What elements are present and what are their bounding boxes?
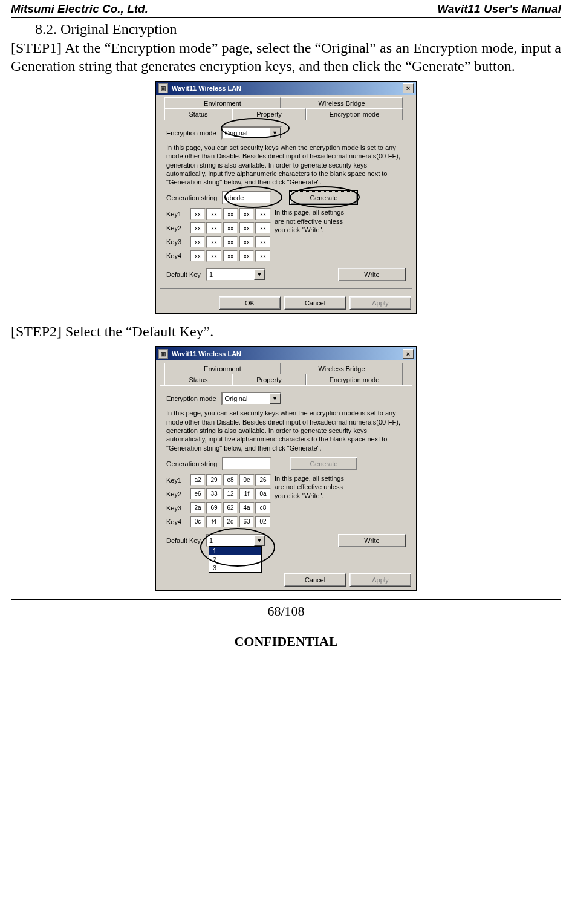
- titlebar: ▣ Wavit11 Wireless LAN ×: [156, 82, 416, 95]
- key3-3[interactable]: [223, 236, 238, 248]
- key4-4[interactable]: [239, 516, 255, 528]
- key4-3[interactable]: [223, 250, 238, 262]
- header-company: Mitsumi Electric Co., Ltd.: [11, 2, 148, 16]
- apply-button[interactable]: Apply: [349, 573, 411, 587]
- key3-5[interactable]: [255, 502, 271, 514]
- description-text: In this page, you can set security keys …: [166, 409, 406, 452]
- default-key-label: Default Key: [166, 537, 201, 544]
- key1-label: Key1: [166, 210, 188, 218]
- key1-2[interactable]: [206, 208, 222, 220]
- write-note: In this page, all settings are not effec…: [275, 208, 353, 234]
- key3-5[interactable]: [255, 236, 271, 248]
- dialog-window: ▣ Wavit11 Wireless LAN × Environment Wir…: [155, 81, 417, 314]
- key1-5[interactable]: [255, 208, 271, 220]
- key1-3[interactable]: [223, 208, 238, 220]
- key4-1[interactable]: [190, 250, 206, 262]
- tab-encryption-mode[interactable]: Encryption mode: [306, 374, 403, 385]
- tab-environment[interactable]: Environment: [164, 97, 281, 109]
- generation-string-input[interactable]: [222, 457, 271, 470]
- key4-2[interactable]: [206, 516, 222, 528]
- encryption-mode-value[interactable]: [223, 128, 270, 138]
- tab-wireless-bridge[interactable]: Wireless Bridge: [281, 97, 403, 109]
- tab-encryption-mode[interactable]: Encryption mode: [306, 108, 403, 120]
- dropdown-item-2[interactable]: 2: [209, 555, 261, 564]
- ok-button[interactable]: OK: [219, 296, 281, 310]
- key2-4[interactable]: [239, 222, 255, 234]
- key3-4[interactable]: [239, 236, 255, 248]
- key2-1[interactable]: [190, 488, 206, 500]
- close-icon[interactable]: ×: [403, 83, 414, 93]
- tab-environment[interactable]: Environment: [164, 363, 281, 374]
- description-text: In this page, you can set security keys …: [166, 143, 406, 186]
- write-button[interactable]: Write: [338, 534, 406, 547]
- encryption-mode-combo[interactable]: ▼: [221, 126, 282, 140]
- write-note: In this page, all settings are not effec…: [275, 474, 353, 500]
- page-number: 68/108: [11, 604, 561, 619]
- generation-string-input[interactable]: [222, 191, 271, 204]
- default-key-value[interactable]: [207, 536, 254, 545]
- close-icon[interactable]: ×: [403, 349, 414, 359]
- app-icon: ▣: [158, 349, 168, 359]
- key3-1[interactable]: [190, 236, 206, 248]
- key2-5[interactable]: [255, 222, 271, 234]
- step2-text: [STEP2] Select the “Default Key”.: [11, 322, 561, 340]
- key3-3[interactable]: [223, 502, 238, 514]
- generate-button[interactable]: Generate: [290, 457, 357, 470]
- key3-2[interactable]: [206, 236, 222, 248]
- dropdown-item-3[interactable]: 3: [209, 564, 261, 572]
- default-key-dropdown[interactable]: 1 2 3: [209, 546, 262, 573]
- header-manual: Wavit11 User's Manual: [437, 2, 561, 16]
- key1-2[interactable]: [206, 474, 222, 486]
- dropdown-item-1[interactable]: 1: [209, 547, 261, 555]
- tab-wireless-bridge[interactable]: Wireless Bridge: [281, 363, 403, 374]
- chevron-down-icon[interactable]: ▼: [270, 393, 281, 404]
- key2-2[interactable]: [206, 222, 222, 234]
- key3-2[interactable]: [206, 502, 222, 514]
- tab-status[interactable]: Status: [164, 108, 232, 120]
- tab-property[interactable]: Property: [232, 374, 306, 385]
- key3-1[interactable]: [190, 502, 206, 514]
- cancel-button[interactable]: Cancel: [284, 573, 346, 587]
- titlebar: ▣ Wavit11 Wireless LAN ×: [156, 347, 416, 360]
- key2-3[interactable]: [223, 222, 238, 234]
- key4-2[interactable]: [206, 250, 222, 262]
- default-key-combo[interactable]: ▼: [206, 268, 266, 281]
- key1-5[interactable]: [255, 474, 271, 486]
- key2-4[interactable]: [239, 488, 255, 500]
- key4-label: Key4: [166, 252, 188, 259]
- write-button[interactable]: Write: [338, 268, 406, 281]
- key4-1[interactable]: [190, 516, 206, 528]
- key1-4[interactable]: [239, 208, 255, 220]
- generate-button[interactable]: Generate: [290, 191, 357, 204]
- tab-status[interactable]: Status: [164, 374, 232, 385]
- key4-label: Key4: [166, 518, 188, 525]
- key2-3[interactable]: [223, 488, 238, 500]
- key4-4[interactable]: [239, 250, 255, 262]
- key1-3[interactable]: [223, 474, 238, 486]
- key2-1[interactable]: [190, 222, 206, 234]
- key1-4[interactable]: [239, 474, 255, 486]
- tab-property[interactable]: Property: [232, 108, 306, 120]
- key2-5[interactable]: [255, 488, 271, 500]
- encryption-mode-value[interactable]: [223, 394, 270, 403]
- default-key-combo[interactable]: ▼: [206, 534, 266, 547]
- key2-2[interactable]: [206, 488, 222, 500]
- apply-button[interactable]: Apply: [349, 296, 411, 310]
- key3-4[interactable]: [239, 502, 255, 514]
- key1-1[interactable]: [190, 208, 206, 220]
- tab-strip: Environment Wireless Bridge Status Prope…: [160, 97, 412, 120]
- cancel-button[interactable]: Cancel: [284, 296, 346, 310]
- step1-text: [STEP1] At the “Encryption mode” page, s…: [11, 39, 561, 75]
- generation-string-label: Generation string: [166, 194, 217, 201]
- default-key-value[interactable]: [207, 270, 254, 279]
- key4-3[interactable]: [223, 516, 238, 528]
- key1-1[interactable]: [190, 474, 206, 486]
- key4-5[interactable]: [255, 516, 271, 528]
- chevron-down-icon[interactable]: ▼: [254, 535, 265, 546]
- key-grid: Key1 Key2 Key3 Key4: [166, 474, 270, 528]
- chevron-down-icon[interactable]: ▼: [270, 128, 281, 138]
- key4-5[interactable]: [255, 250, 271, 262]
- chevron-down-icon[interactable]: ▼: [254, 269, 265, 280]
- key3-label: Key3: [166, 504, 188, 512]
- encryption-mode-combo[interactable]: ▼: [221, 392, 282, 405]
